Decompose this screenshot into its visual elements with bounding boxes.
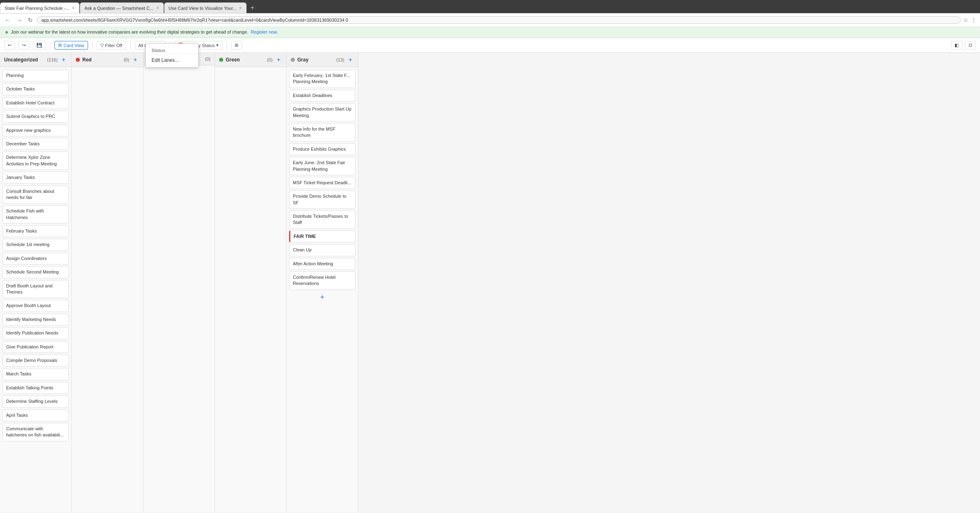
new-tab-button[interactable]: + (247, 4, 257, 11)
back-button[interactable]: ← (3, 16, 12, 24)
collapse-button[interactable]: ◧ (951, 41, 962, 50)
tab-3[interactable]: Use Card View to Visualize Your... ✕ (164, 2, 247, 13)
address-bar: ← → ↻ ☆ ⋮ (0, 13, 980, 26)
extension-icons: ☆ ⋮ (963, 17, 977, 23)
filter-button[interactable]: ▽ Filter Off (97, 41, 126, 50)
card-view-label: Card View (63, 43, 84, 48)
tab-3-label: Use Card View to Visualize Your... (169, 6, 237, 11)
col-header-gray: Gray(13)+ (287, 53, 358, 67)
card-gray-11[interactable]: After Action Meeting (289, 258, 355, 270)
card-uncategorized-7[interactable]: January Tasks (2, 172, 69, 183)
card-uncategorized-21[interactable]: Establish Talking Points (2, 382, 69, 394)
col-title-uncategorized: Uncategorized (4, 57, 45, 63)
toolbar-right: ◧ ⊡ (951, 41, 976, 50)
card-gray-12[interactable]: Confirm/Renew Hotel Reservations (289, 271, 355, 290)
card-gray-7[interactable]: Provide Demo Schedule to SF (289, 190, 355, 209)
card-uncategorized-2[interactable]: Establish Hotel Contract (2, 97, 69, 109)
card-view-button[interactable]: ⊞ Card View (54, 41, 88, 50)
filter-icon: ▽ (100, 43, 104, 48)
card-gray-0[interactable]: Early February- 1st State F... Planning … (289, 70, 355, 88)
tab-2[interactable]: Ask a Question — Smartsheet C... ✕ (80, 2, 163, 13)
card-uncategorized-1[interactable]: October Tasks (2, 83, 69, 95)
card-uncategorized-19[interactable]: Compile Demo Proposals (2, 355, 69, 366)
card-gray-10[interactable]: Clean Up (289, 244, 355, 256)
tab-1-label: State Fair Planning Schedule -... (5, 6, 69, 11)
card-gray-6[interactable]: MSF Ticket Request Deadli... (289, 177, 355, 189)
card-gray-9[interactable]: FAIR TIME (289, 231, 355, 242)
expand-button[interactable]: ⊡ (965, 41, 976, 50)
card-uncategorized-6[interactable]: Determine Xplor Zone Activities in Prep … (2, 151, 69, 170)
card-gray-5[interactable]: Early June- 2nd State Fair Planning Meet… (289, 157, 355, 175)
browser-chrome: State Fair Planning Schedule -... ✕ Ask … (0, 0, 980, 26)
menu-icon: ⋮ (971, 17, 977, 23)
card-uncategorized-5[interactable]: December Tasks (2, 138, 69, 150)
card-uncategorized-4[interactable]: Approve new graphics (2, 124, 69, 136)
col-add-uncategorized[interactable]: + (60, 56, 67, 63)
undo-button[interactable]: ↩ (4, 41, 15, 50)
card-uncategorized-3[interactable]: Submit Graphics to PRC (2, 111, 69, 122)
col-cards-uncategorized: PlanningOctober TasksEstablish Hotel Con… (0, 67, 71, 513)
col-title-red: Red (82, 57, 121, 63)
card-uncategorized-20[interactable]: March Tasks (2, 368, 69, 380)
card-uncategorized-0[interactable]: Planning (2, 70, 69, 81)
dropdown-header: Status (146, 45, 198, 54)
separator-1 (50, 41, 50, 50)
separator-2 (92, 41, 93, 50)
status-dropdown: Status Edit Lanes... (145, 43, 199, 68)
card-gray-3[interactable]: New Info for the MSF brochure (289, 123, 355, 142)
card-view-icon: ⊞ (58, 43, 62, 48)
card-uncategorized-18[interactable]: Give Publication Report (2, 341, 69, 353)
redo-button[interactable]: ↪ (18, 41, 29, 50)
url-input[interactable] (37, 16, 961, 24)
edit-lanes-item[interactable]: Edit Lanes... (146, 55, 198, 66)
col-add-gray[interactable]: + (347, 56, 354, 63)
grid-icon: ⊞ (235, 43, 238, 48)
tab-1-close[interactable]: ✕ (72, 6, 75, 10)
col-cards-gray: Early February- 1st State F... Planning … (287, 67, 358, 513)
filter-label: Filter Off (105, 43, 122, 48)
card-uncategorized-11[interactable]: Schedule 1st meeting (2, 239, 69, 251)
banner-icon: ● (5, 29, 8, 35)
card-uncategorized-8[interactable]: Consult Branches about needs for fair (2, 185, 69, 204)
card-uncategorized-24[interactable]: Communicate with hatcheries on fish avai… (2, 423, 69, 441)
grid-view-button[interactable]: ⊞ (231, 41, 242, 50)
card-uncategorized-17[interactable]: Identify Publication Needs (2, 327, 69, 339)
card-uncategorized-23[interactable]: April Tasks (2, 409, 69, 421)
card-gray-4[interactable]: Produce Exhibits Graphics (289, 143, 355, 155)
tab-1[interactable]: State Fair Planning Schedule -... ✕ (0, 2, 79, 13)
banner-link[interactable]: Register now. (251, 29, 278, 34)
col-cards-red (72, 67, 143, 513)
card-gray-8[interactable]: Distribute Tickets/Passes to Staff (289, 210, 355, 229)
col-cards-yellow (143, 66, 215, 513)
save-button[interactable]: 💾 (33, 41, 46, 50)
refresh-button[interactable]: ↻ (26, 16, 34, 24)
forward-button[interactable]: → (15, 16, 24, 24)
col-add-green[interactable]: + (275, 56, 282, 63)
card-gray-1[interactable]: Establish Deadlines (289, 90, 355, 102)
col-count-green: (0) (267, 57, 272, 62)
col-add-red[interactable]: + (132, 56, 139, 63)
tab-bar: State Fair Planning Schedule -... ✕ Ask … (0, 0, 980, 13)
col-cards-green (215, 67, 286, 513)
card-uncategorized-12[interactable]: Assign Coordinators (2, 253, 69, 264)
card-uncategorized-9[interactable]: Schedule Fish with Hatcheries (2, 205, 69, 224)
col-dot-red (76, 58, 80, 62)
card-uncategorized-10[interactable]: February Tasks (2, 225, 69, 237)
notification-banner: ● Join our webinar for the latest on how… (0, 26, 980, 38)
card-uncategorized-15[interactable]: Approve Booth Layout (2, 300, 69, 312)
card-uncategorized-16[interactable]: Identify Marketing Needs (2, 314, 69, 325)
col-header-green: Green(0)+ (215, 53, 286, 67)
col-header-red: Red(0)+ (72, 53, 143, 67)
card-uncategorized-22[interactable]: Determine Staffing Levels (2, 395, 69, 407)
card-uncategorized-13[interactable]: Schedule Second Meeting (2, 266, 69, 278)
col-header-uncategorized: Uncategorized(116)+ (0, 53, 71, 67)
tab-2-close[interactable]: ✕ (156, 6, 159, 10)
col-count-red: (0) (124, 57, 129, 62)
col-red: Red(0)+ (72, 53, 143, 513)
separator-3 (130, 41, 131, 50)
card-gray-2[interactable]: Graphics Production Start Up Meeting (289, 103, 355, 122)
card-uncategorized-14[interactable]: Draft Booth Layout and Themes (2, 280, 69, 298)
tab-3-close[interactable]: ✕ (239, 6, 242, 10)
col-add-card-gray[interactable]: + (289, 292, 355, 303)
col-dot-gray (291, 58, 295, 62)
